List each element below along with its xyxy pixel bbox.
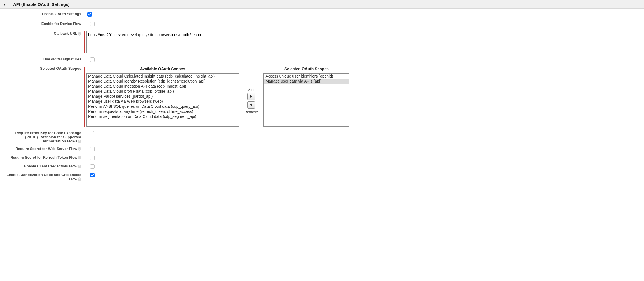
disclosure-icon[interactable]: ▼: [3, 3, 6, 6]
selected-scope-option[interactable]: Manage user data via APIs (api): [264, 79, 349, 84]
row-require-secret-refresh: Require Secret for Refresh Token Flow?: [3, 155, 427, 161]
label-require-secret-refresh-text: Require Secret for Refresh Token Flow: [10, 155, 77, 160]
available-scopes-title: Available OAuth Scopes: [140, 67, 185, 71]
section-title: API (Enable OAuth Settings): [13, 2, 70, 7]
label-callback-url-text: Callback URL: [54, 31, 77, 36]
help-icon[interactable]: ?: [78, 165, 81, 168]
available-scope-option[interactable]: Perform ANSI SQL queries on Data Cloud d…: [87, 104, 239, 109]
oauth-scopes-duallist: Available OAuth Scopes Manage Data Cloud…: [86, 67, 349, 127]
remove-label: Remove: [244, 110, 258, 114]
require-secret-refresh-checkbox[interactable]: [90, 156, 95, 160]
selected-scopes-listbox[interactable]: Access unique user identifiers (openid)M…: [263, 73, 349, 127]
use-digital-signatures-checkbox[interactable]: [90, 57, 95, 62]
label-require-secret-refresh: Require Secret for Refresh Token Flow?: [3, 155, 84, 160]
label-enable-auth-code-creds-text: Enable Authorization Code and Credential…: [6, 173, 81, 181]
row-use-digital-signatures: Use digital signatures: [3, 57, 427, 63]
help-icon[interactable]: ?: [78, 147, 81, 151]
form-body: Enable OAuth Settings Enable for Device …: [0, 9, 430, 187]
label-enable-device-flow: Enable for Device Flow: [3, 21, 84, 26]
row-enable-oauth: Enable OAuth Settings: [3, 11, 427, 17]
label-require-pkce: Require Proof Key for Code Exchange (PKC…: [3, 130, 84, 144]
selected-scope-option[interactable]: Access unique user identifiers (openid): [264, 74, 349, 79]
label-require-secret-web-text: Require Secret for Web Server Flow: [15, 147, 77, 151]
callback-url-textarea[interactable]: [86, 31, 239, 53]
add-label: Add: [248, 88, 255, 92]
remove-scope-button[interactable]: [247, 101, 255, 109]
help-icon[interactable]: ?: [78, 32, 81, 36]
available-scope-option[interactable]: Manage Data Cloud Identity Resolution (c…: [87, 79, 239, 84]
available-scopes-col: Available OAuth Scopes Manage Data Cloud…: [86, 67, 239, 127]
label-enable-auth-code-creds: Enable Authorization Code and Credential…: [3, 172, 84, 181]
available-scope-option[interactable]: Manage Data Cloud Ingestion API data (cd…: [87, 84, 239, 89]
enable-oauth-checkbox[interactable]: [87, 12, 92, 17]
available-scope-option[interactable]: Manage user data via Web browsers (web): [87, 99, 239, 104]
help-icon[interactable]: ?: [78, 140, 81, 143]
label-enable-oauth: Enable OAuth Settings: [3, 11, 84, 16]
require-pkce-checkbox[interactable]: [93, 131, 97, 135]
available-scope-option[interactable]: Perform segmentation on Data Cloud data …: [87, 114, 239, 119]
available-scope-option[interactable]: Manage Data Cloud Calculated Insight dat…: [87, 74, 239, 79]
row-selected-oauth-scopes: Selected OAuth Scopes Available OAuth Sc…: [3, 67, 427, 127]
enable-client-creds-checkbox[interactable]: [90, 164, 95, 169]
available-scope-option[interactable]: Manage Data Cloud profile data (cdp_prof…: [87, 89, 239, 94]
label-require-secret-web: Require Secret for Web Server Flow?: [3, 146, 84, 151]
section-header[interactable]: ▼ API (Enable OAuth Settings): [0, 0, 644, 9]
label-enable-client-creds-text: Enable Client Credentials Flow: [24, 164, 77, 168]
required-indicator: [84, 31, 85, 53]
available-scope-option[interactable]: Perform requests at any time (refresh_to…: [87, 109, 239, 114]
available-scopes-listbox[interactable]: Manage Data Cloud Calculated Insight dat…: [86, 73, 239, 127]
svg-marker-0: [250, 95, 252, 98]
selected-scopes-col: Selected OAuth Scopes Access unique user…: [263, 67, 349, 127]
triangle-right-icon: [250, 95, 253, 98]
label-callback-url: Callback URL?: [3, 31, 84, 36]
row-callback-url: Callback URL?: [3, 31, 427, 53]
enable-auth-code-creds-checkbox[interactable]: [90, 173, 95, 177]
help-icon[interactable]: ?: [78, 156, 81, 159]
enable-device-flow-checkbox[interactable]: [90, 22, 95, 26]
row-require-secret-web: Require Secret for Web Server Flow?: [3, 146, 427, 152]
available-scope-option[interactable]: Manage Pardot services (pardot_api): [87, 94, 239, 99]
help-icon[interactable]: ?: [78, 177, 81, 181]
row-enable-client-creds: Enable Client Credentials Flow?: [3, 164, 427, 170]
triangle-left-icon: [250, 103, 253, 106]
label-enable-client-creds: Enable Client Credentials Flow?: [3, 164, 84, 168]
label-selected-oauth-scopes: Selected OAuth Scopes: [3, 67, 84, 71]
label-use-digital-signatures: Use digital signatures: [3, 57, 84, 62]
required-indicator: [84, 67, 85, 127]
row-require-pkce: Require Proof Key for Code Exchange (PKC…: [3, 130, 427, 144]
label-require-pkce-text: Require Proof Key for Code Exchange (PKC…: [15, 131, 81, 143]
svg-marker-1: [250, 103, 252, 106]
add-scope-button[interactable]: [247, 93, 255, 100]
scope-mover: Add Remove: [244, 67, 258, 127]
row-enable-auth-code-creds: Enable Authorization Code and Credential…: [3, 172, 427, 181]
selected-scopes-title: Selected OAuth Scopes: [284, 67, 329, 71]
row-enable-device-flow: Enable for Device Flow: [3, 21, 427, 27]
require-secret-web-checkbox[interactable]: [90, 147, 95, 151]
